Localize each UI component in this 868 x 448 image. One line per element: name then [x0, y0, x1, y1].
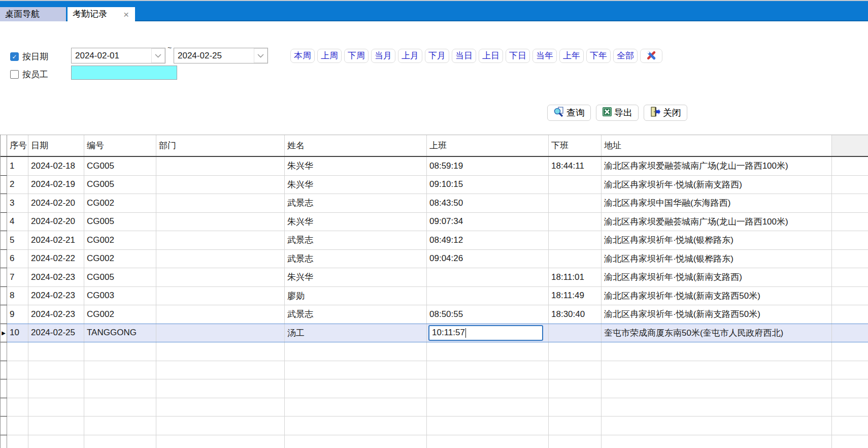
table-row-3[interactable]: 32024-02-20CG002武景志08:43:50渝北区冉家坝中国华融(东海… — [1, 194, 868, 213]
table-row-1[interactable]: 12024-02-18CG005朱兴华08:59:1918:44:11渝北区冉家… — [1, 157, 868, 176]
row-indicator[interactable] — [1, 213, 7, 232]
cell-time_out[interactable] — [549, 250, 602, 268]
cell-time_out[interactable]: 18:11:01 — [549, 268, 602, 286]
row-indicator[interactable] — [1, 157, 7, 176]
cell-no[interactable]: 3 — [7, 194, 28, 212]
cell-date[interactable]: 2024-02-20 — [28, 194, 84, 212]
cell-time_out[interactable]: 18:11:49 — [549, 287, 602, 305]
tab-attendance-records[interactable]: 考勤记录 × — [68, 7, 135, 21]
cell-name[interactable]: 朱兴华 — [285, 268, 427, 286]
cell-time_in[interactable]: 09:07:34 — [427, 213, 549, 231]
quick-range-button-7[interactable]: 上日 — [479, 49, 503, 63]
column-header-name[interactable]: 姓名 — [285, 135, 427, 156]
cell-dept[interactable] — [156, 268, 285, 286]
quick-range-button-2[interactable]: 下周 — [344, 49, 369, 63]
cell-addr[interactable]: 渝北区冉家坝祈年·悦城(新南支路西) — [602, 268, 832, 286]
quick-range-button-4[interactable]: 上月 — [398, 49, 422, 63]
table-row-10[interactable]: ▶102024-02-25TANGGONG汤工10:11:57奎屯市荣成商厦东南… — [1, 324, 868, 343]
cell-code[interactable]: CG005 — [84, 268, 156, 286]
column-header-code[interactable]: 编号 — [84, 135, 156, 156]
cell-date[interactable]: 2024-02-21 — [28, 231, 84, 249]
cell-code[interactable]: CG005 — [84, 176, 156, 194]
table-row-5[interactable]: 52024-02-21CG002武景志08:49:12渝北区冉家坝祈年·悦城(银… — [1, 231, 868, 250]
table-row-6[interactable]: 62024-02-22CG002武景志09:04:26渝北区冉家坝祈年·悦城(银… — [1, 250, 868, 269]
checkbox-unchecked-icon[interactable] — [10, 70, 19, 79]
cell-no[interactable]: 5 — [7, 231, 28, 249]
query-button[interactable]: 查询 — [547, 105, 591, 121]
cell-time_out[interactable] — [549, 213, 602, 231]
cell-time_in[interactable]: 09:04:26 — [427, 250, 549, 268]
cell-time_in[interactable]: 08:49:12 — [427, 231, 549, 249]
cell-name[interactable]: 朱兴华 — [285, 176, 427, 194]
row-indicator[interactable] — [1, 250, 7, 269]
quick-range-button-1[interactable]: 上周 — [317, 49, 342, 63]
quick-range-button-11[interactable]: 下年 — [586, 49, 611, 63]
cell-dept[interactable] — [156, 324, 285, 342]
column-header-time_in[interactable]: 上班 — [427, 135, 549, 156]
cell-code[interactable]: CG002 — [84, 231, 156, 249]
cell-time_in[interactable]: 08:59:19 — [427, 157, 549, 175]
cell-name[interactable]: 武景志 — [285, 305, 427, 324]
cell-no[interactable]: 10 — [7, 324, 28, 342]
cell-date[interactable]: 2024-02-22 — [28, 250, 84, 268]
row-indicator[interactable] — [1, 176, 7, 195]
row-indicator[interactable] — [1, 287, 7, 306]
cell-addr[interactable]: 渝北区冉家坝祈年·悦城(新南支路西50米) — [602, 305, 832, 324]
cell-code[interactable]: CG002 — [84, 194, 156, 212]
date-to-combobox[interactable]: 2024-02-25 — [174, 48, 268, 63]
cell-name[interactable]: 廖勋 — [285, 287, 427, 305]
cell-addr[interactable]: 渝北区冉家坝祈年·悦城(银桦路东) — [602, 231, 832, 249]
cell-dept[interactable] — [156, 157, 285, 175]
cell-no[interactable]: 6 — [7, 250, 28, 268]
date-from-combobox[interactable]: 2024-02-01 — [71, 48, 165, 63]
cell-name[interactable]: 武景志 — [285, 231, 427, 249]
cell-name[interactable]: 汤工 — [285, 324, 427, 342]
cell-time_in[interactable]: 08:43:50 — [427, 194, 549, 212]
export-button[interactable]: 导出 — [596, 105, 639, 121]
cell-addr[interactable]: 渝北区冉家坝爱融荟城南广场(龙山一路西100米) — [602, 157, 832, 175]
quick-range-button-8[interactable]: 下日 — [506, 49, 530, 63]
cell-time_out[interactable] — [549, 194, 602, 212]
cell-time_in[interactable] — [427, 268, 549, 286]
cell-no[interactable]: 9 — [7, 305, 28, 324]
table-row-4[interactable]: 42024-02-20CG005朱兴华09:07:34渝北区冉家坝爱融荟城南广场… — [1, 213, 868, 232]
tab-desktop-navigation[interactable]: 桌面导航 — [0, 7, 66, 21]
cell-dept[interactable] — [156, 213, 285, 231]
cell-date[interactable]: 2024-02-19 — [28, 176, 84, 194]
cell-code[interactable]: CG005 — [84, 157, 156, 175]
cell-time_out[interactable] — [549, 176, 602, 194]
cell-time_out[interactable]: 18:30:40 — [549, 305, 602, 324]
chevron-down-icon[interactable] — [254, 48, 268, 63]
cell-no[interactable]: 7 — [7, 268, 28, 286]
cell-dept[interactable] — [156, 176, 285, 194]
cell-date[interactable]: 2024-02-23 — [28, 287, 84, 305]
cell-date[interactable]: 2024-02-23 — [28, 305, 84, 324]
row-indicator[interactable] — [1, 231, 7, 250]
cell-time_in[interactable]: 08:50:55 — [427, 305, 549, 324]
cell-time_in[interactable] — [427, 287, 549, 305]
close-tab-icon[interactable]: × — [122, 10, 130, 19]
cell-date[interactable]: 2024-02-18 — [28, 157, 84, 175]
cell-name[interactable]: 朱兴华 — [285, 213, 427, 231]
cell-date[interactable]: 2024-02-25 — [28, 324, 84, 342]
tools-button[interactable] — [640, 49, 662, 63]
cell-time_out[interactable] — [549, 324, 602, 342]
table-row-9[interactable]: 92024-02-23CG002武景志08:50:5518:30:40渝北区冉家… — [1, 305, 868, 324]
column-header-date[interactable]: 日期 — [28, 135, 84, 156]
cell-addr[interactable]: 渝北区冉家坝祈年·悦城(新南支路西50米) — [602, 287, 832, 305]
table-row-8[interactable]: 82024-02-23CG003廖勋18:11:49渝北区冉家坝祈年·悦城(新南… — [1, 287, 868, 306]
close-button[interactable]: 关闭 — [644, 105, 687, 121]
quick-range-button-5[interactable]: 下月 — [425, 49, 449, 63]
by-employee-checkbox[interactable]: 按员工 — [10, 69, 48, 80]
cell-no[interactable]: 8 — [7, 287, 28, 305]
cell-name[interactable]: 武景志 — [285, 194, 427, 212]
cell-date[interactable]: 2024-02-20 — [28, 213, 84, 231]
table-row-2[interactable]: 22024-02-19CG005朱兴华09:10:15渝北区冉家坝祈年·悦城(新… — [1, 176, 868, 195]
column-header-addr[interactable]: 地址 — [602, 135, 832, 156]
checkbox-checked-icon[interactable]: ✓ — [10, 52, 19, 61]
cell-addr[interactable]: 渝北区冉家坝祈年·悦城(银桦路东) — [602, 250, 832, 268]
quick-range-button-0[interactable]: 本周 — [290, 49, 315, 63]
quick-range-button-10[interactable]: 上年 — [559, 49, 584, 63]
employee-input[interactable] — [71, 66, 177, 80]
cell-dept[interactable] — [156, 250, 285, 268]
